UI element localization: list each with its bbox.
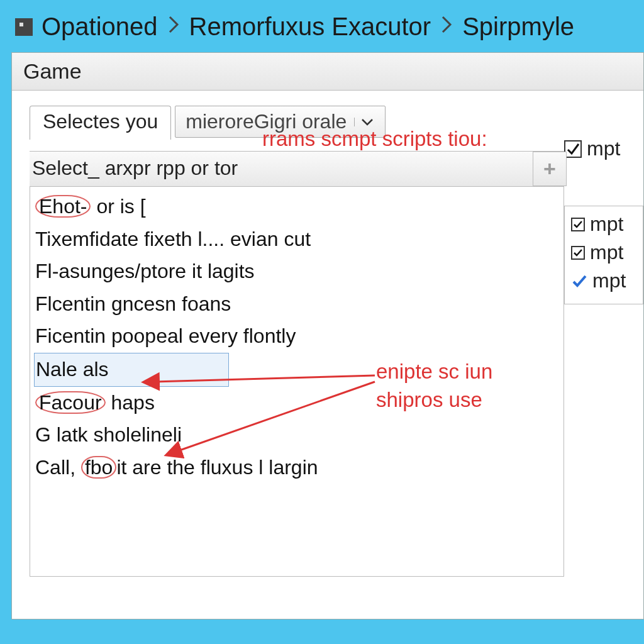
checkbox-row[interactable]: mpt [571,213,639,236]
annotation-red-mid: enipte sc iun shipros use [376,358,492,414]
breadcrumb-2[interactable]: Remorfuxus Exacutor [189,13,431,41]
app-icon [15,18,33,36]
list-item[interactable]: Ehot- or is [ [34,191,560,223]
window-frame: Opationed Remorfuxus Exacutor Spirpmyle … [0,0,644,644]
list-header: Select_ arxpr rpp or tor + [30,151,564,187]
checkbox-icon[interactable] [564,140,582,158]
breadcrumb-1[interactable]: Opationed [42,13,158,41]
checkbox-label: mpt [592,269,626,292]
side-panel: mpt mpt mpt [564,206,643,304]
checkmark-icon[interactable] [571,272,587,290]
checkbox-icon[interactable] [571,218,585,231]
highlight-mark: Ehot- [35,195,91,218]
checkbox-row[interactable]: mpt [564,137,643,160]
checkbox-row[interactable]: mpt [571,269,639,292]
list-item-text: Call, [35,456,81,479]
side-column: mpt mpt mpt [564,106,643,619]
checkbox-icon[interactable] [571,246,585,260]
item-list[interactable]: Ehot- or is [ Tixemfidate fixeth l.... e… [30,187,564,577]
annotation-red-top: rrams scmpt scripts tiou: [262,127,487,151]
list-item-selected[interactable]: Nale als [34,353,229,387]
annotation-line: enipte sc iun [376,358,492,386]
checkbox-label: mpt [590,241,623,264]
breadcrumb-3[interactable]: Spirpmyle [462,13,574,41]
checkbox-row[interactable]: mpt [571,241,639,264]
list-item[interactable]: Ficentin poopeal every flontly [34,320,560,353]
list-item[interactable]: G latk sholelineli [34,419,560,452]
content-area: Selectes you mieroreGigri orale rrams sc… [12,91,643,619]
checkbox-label: mpt [590,213,623,236]
list-item-text: haps [106,391,155,414]
list-item-text: or is [ [91,195,145,218]
list-item-text: it are the fluxus l largin [116,456,318,479]
highlight-mark: fbo [81,456,116,479]
list-item[interactable]: Flcentin gncesn foans [34,288,560,321]
add-button[interactable]: + [533,152,567,186]
menu-game[interactable]: Game [23,59,82,83]
chevron-right-icon [168,14,179,39]
menubar: Game [12,53,643,91]
tab-selectes-you[interactable]: Selectes you [30,106,171,140]
titlebar: Opationed Remorfuxus Exacutor Spirpmyle [9,9,644,52]
chevron-down-icon[interactable] [354,118,380,126]
list-item[interactable]: Fl-asunges/ptore it lagits [34,255,560,288]
highlight-mark: Facour [35,391,106,414]
checkbox-label: mpt [587,137,620,160]
annotation-line: shipros use [376,386,492,414]
list-item[interactable]: Call, fboit are the fluxus l largin [34,452,560,484]
main-column: Selectes you mieroreGigri orale rrams sc… [30,106,564,619]
list-item[interactable]: Tixemfidate fixeth l.... evian cut [34,223,560,256]
plus-icon: + [543,157,556,181]
list-header-label: Select_ arxpr rpp or tor [32,157,238,179]
chevron-right-icon [441,14,452,39]
client-area: Game Selectes you mieroreGigri orale rra… [11,52,644,619]
